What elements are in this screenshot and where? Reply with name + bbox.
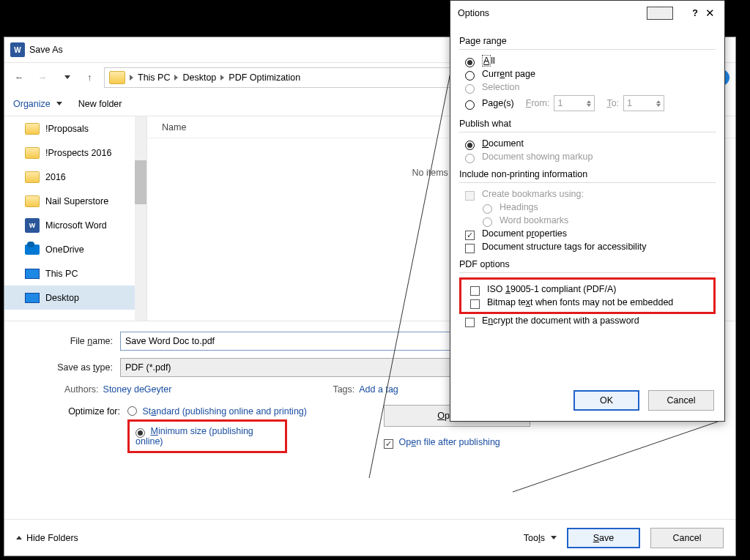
tags-value[interactable]: Add a tag (359, 384, 398, 395)
optimize-standard-radio[interactable]: Standard (publishing online and printing… (127, 405, 307, 417)
sidebar-item-label: 2016 (45, 172, 66, 182)
options-titlebar: Options ? ✕ (450, 1, 724, 26)
chevron-right-icon[interactable] (130, 75, 133, 81)
chk-iso[interactable]: ISO 19005-1 compliant (PDF/A) (464, 283, 710, 296)
chk-structtags[interactable]: Document structure tags for accessibilit… (459, 240, 716, 253)
radio-wordbm-label: Word bookmarks (500, 215, 568, 225)
checkbox-icon (465, 231, 475, 240)
radio-icon (465, 84, 475, 94)
chk-encrypt-label: Encrypt the document with a password (482, 316, 639, 326)
checkbox-icon (470, 286, 480, 296)
crumb-desktop[interactable]: Desktop (182, 72, 216, 83)
highlight-box: ISO 19005-1 compliant (PDF/A) Bitmap tex… (459, 277, 716, 314)
close-icon[interactable]: ✕ (702, 7, 717, 20)
radio-current[interactable]: Current page (459, 67, 716, 81)
help-icon[interactable]: ? (688, 8, 702, 18)
optimize-minimum-label: Minimum size (publishing online) (135, 426, 253, 447)
chk-bitmap[interactable]: Bitmap text when fonts may not be embedd… (464, 296, 710, 309)
scrollbar-thumb[interactable] (135, 160, 146, 204)
chevron-right-icon[interactable] (220, 75, 224, 81)
folder-icon (25, 171, 40, 183)
radio-icon (465, 154, 475, 163)
pdf-options-title: PDF options (459, 259, 716, 269)
crumb-this-pc[interactable]: This PC (138, 72, 170, 83)
from-label: From: (526, 98, 550, 108)
back-icon[interactable]: ← (10, 69, 28, 86)
chk-bitmap-label: Bitmap text when fonts may not be embedd… (487, 297, 673, 307)
include-title: Include non-printing information (459, 169, 716, 179)
radio-pages-label: Page(s) (482, 98, 514, 108)
sidebar-item-label: OneDrive (45, 244, 84, 255)
chk-structtags-label: Document structure tags for accessibilit… (482, 242, 646, 252)
options-title: Options (458, 8, 647, 18)
highlight-box: Minimum size (publishing online) (127, 419, 287, 453)
sidebar-item[interactable]: This PC (4, 261, 146, 285)
sidebar-item-selected[interactable]: Desktop (4, 285, 146, 310)
radio-all-label: All (482, 56, 495, 66)
to-label: To: (606, 98, 619, 108)
pages-to-spinner[interactable]: 1 (623, 95, 664, 111)
chk-docprops[interactable]: Document properties (459, 227, 716, 240)
authors-value[interactable]: Stoney deGeyter (103, 384, 172, 395)
sidebar-item[interactable]: Nail Superstore (4, 189, 146, 213)
recent-dropdown-icon[interactable] (57, 69, 75, 86)
sidebar-item[interactable]: !Prospects 2016 (4, 141, 146, 165)
radio-pages[interactable]: Page(s) From: 1 To: 1 (459, 94, 716, 113)
radio-document[interactable]: Document (459, 137, 716, 150)
tools-label: Tools (524, 533, 545, 543)
chk-iso-label: ISO 19005-1 compliant (PDF/A) (487, 284, 616, 294)
sidebar: !Proposals !Prospects 2016 2016 Nail Sup… (4, 116, 147, 321)
radio-headings: Headings (459, 201, 716, 214)
cancel-label: Cancel (673, 533, 702, 543)
from-value: 1 (557, 98, 562, 108)
ok-button[interactable]: OK (573, 390, 639, 411)
chevron-right-icon[interactable] (174, 75, 178, 81)
sidebar-item[interactable]: WMicrosoft Word (4, 213, 146, 237)
radio-wordbm: Word bookmarks (459, 214, 716, 227)
tags-label: Tags: (333, 384, 354, 395)
cancel-label: Cancel (667, 395, 696, 406)
chevron-down-icon (56, 102, 62, 105)
optimize-standard-label: Standard (publishing online and printing… (142, 406, 306, 417)
checkbox-icon (465, 318, 475, 327)
sidebar-item[interactable]: OneDrive (4, 237, 146, 261)
up-icon[interactable]: ↑ (81, 69, 98, 86)
radio-headings-label: Headings (500, 202, 538, 212)
pages-from-spinner[interactable]: 1 (554, 95, 595, 111)
scrollbar[interactable] (135, 116, 146, 321)
cancel-button[interactable]: Cancel (650, 528, 724, 548)
cancel-button[interactable]: Cancel (648, 390, 714, 411)
savetype-label: Save as type: (18, 362, 120, 373)
folder-icon (109, 71, 125, 84)
folder-icon (25, 147, 40, 159)
radio-document-label: Document (482, 138, 524, 149)
publish-what-title: Publish what (459, 119, 716, 129)
sidebar-item-label: Desktop (45, 293, 79, 303)
sidebar-item-label: !Proposals (45, 124, 89, 134)
sidebar-item[interactable]: 2016 (4, 165, 146, 189)
forward-icon: → (34, 69, 51, 86)
hide-folders-toggle[interactable]: Hide Folders (16, 533, 78, 543)
crumb-folder[interactable]: PDF Optimization (229, 72, 300, 83)
organize-label: Organize (13, 99, 51, 109)
save-button[interactable]: Save (567, 528, 640, 548)
chk-bookmarks-label: Create bookmarks using: (482, 189, 584, 199)
pc-icon (25, 269, 40, 279)
chk-docprops-label: Document properties (482, 228, 567, 239)
filename-label: File name: (18, 336, 120, 346)
optimize-minimum-radio[interactable]: Minimum size (publishing online) (135, 426, 279, 447)
radio-selection: Selection (459, 81, 716, 94)
open-after-checkbox[interactable]: Open file after publishing (384, 437, 530, 447)
folder-icon (25, 195, 40, 207)
tools-menu[interactable]: Tools (524, 533, 557, 543)
chk-encrypt[interactable]: Encrypt the document with a password (459, 314, 716, 327)
save-label: Save (593, 533, 615, 543)
desktop-icon (25, 293, 40, 303)
sidebar-item-label: Nail Superstore (45, 196, 108, 206)
sidebar-item[interactable]: !Proposals (4, 116, 146, 141)
new-folder-button[interactable]: New folder (78, 99, 122, 109)
radio-all[interactable]: All (459, 54, 716, 67)
organize-menu[interactable]: Organize (13, 99, 62, 109)
checkbox-icon (465, 244, 475, 253)
radio-markup-label: Document showing markup (482, 152, 593, 162)
